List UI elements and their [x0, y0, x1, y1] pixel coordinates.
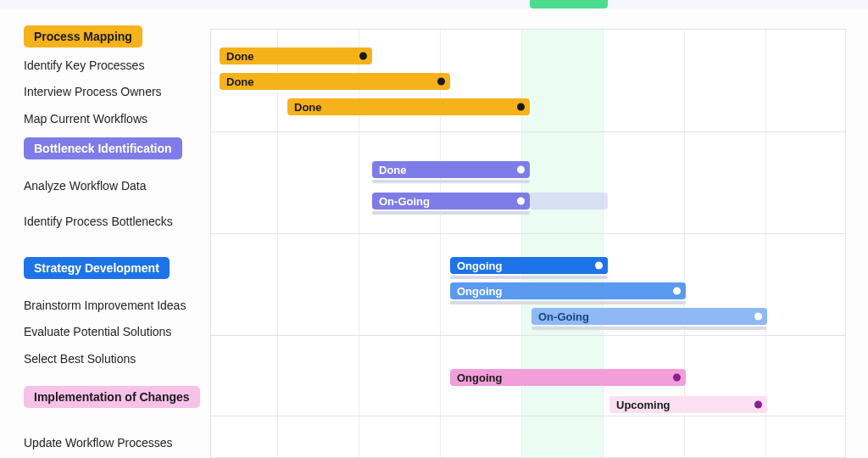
gantt-bar[interactable]: Ongoing: [450, 369, 686, 386]
gantt-bar[interactable]: On-Going: [531, 308, 767, 325]
task-label[interactable]: Select Best Solutions: [24, 346, 210, 372]
gantt-bar[interactable]: Done: [220, 73, 450, 90]
task-label[interactable]: Update Workflow Processes: [24, 430, 210, 456]
gantt-bar[interactable]: Done: [220, 47, 372, 64]
header-strip: [0, 0, 868, 8]
gantt-bar[interactable]: Upcoming: [609, 396, 767, 413]
circle-icon: [517, 103, 525, 111]
gantt-bar-status: Ongoing: [457, 285, 502, 298]
grid-row-separator: [211, 335, 845, 336]
gantt-bar-status: On-Going: [379, 195, 430, 208]
gantt-bar[interactable]: Ongoing: [450, 257, 608, 274]
gantt-bar-status: Done: [294, 101, 322, 114]
group-header-strategy[interactable]: Strategy Development: [24, 257, 170, 279]
gantt-bar-extension: [530, 193, 608, 209]
gantt-bar[interactable]: Ongoing: [450, 282, 686, 299]
gantt-bar-status: Ongoing: [457, 371, 502, 384]
group-header-implementation[interactable]: Implementation of Changes: [24, 386, 200, 408]
task-label[interactable]: Brainstorm Improvement Ideas: [24, 293, 210, 319]
grid-row-separator: [211, 233, 845, 234]
circle-icon: [359, 53, 367, 60]
today-marker-top: [530, 0, 608, 8]
main-container: Process Mapping Identify Key Processes I…: [0, 17, 868, 458]
circle-icon: [437, 78, 445, 86]
gantt-bar-baseline: [372, 211, 530, 215]
gantt-bar-baseline: [450, 301, 686, 304]
grid-column: [684, 30, 685, 457]
task-label[interactable]: Map Current Workflows: [24, 106, 210, 132]
gantt-bar-status: Ongoing: [457, 260, 502, 272]
grid-row-separator: [211, 416, 845, 416]
gantt-bar-status: Done: [379, 164, 407, 176]
grid-column: [359, 30, 359, 457]
today-column: [521, 30, 603, 457]
grid-column: [521, 30, 522, 457]
circle-icon: [673, 288, 681, 295]
gantt-bar-status: Done: [226, 50, 254, 63]
grid-column: [277, 30, 278, 457]
grid-row-separator: [211, 131, 845, 132]
gantt-bar[interactable]: Done: [372, 161, 530, 178]
task-label[interactable]: Identify Key Processes: [24, 53, 210, 79]
gantt-bar-baseline: [372, 180, 530, 183]
task-label[interactable]: Interview Process Owners: [24, 79, 210, 105]
group-header-process-mapping[interactable]: Process Mapping: [24, 25, 142, 47]
gantt-bar-status: Upcoming: [616, 399, 670, 411]
gantt-bar-status: On-Going: [538, 310, 589, 323]
task-sidebar: Process Mapping Identify Key Processes I…: [0, 17, 210, 458]
task-label[interactable]: Identify Process Bottlenecks: [24, 209, 210, 235]
task-label[interactable]: Analyze Workflow Data: [24, 173, 210, 199]
grid-column: [765, 30, 766, 457]
gantt-bar[interactable]: On-Going: [372, 193, 530, 209]
gantt-bar-baseline: [531, 327, 767, 330]
grid-column: [603, 30, 604, 457]
gantt-bar[interactable]: Done: [287, 98, 530, 115]
circle-icon: [517, 198, 525, 205]
circle-icon: [673, 374, 681, 382]
circle-icon: [517, 166, 525, 174]
circle-icon: [595, 262, 603, 270]
circle-icon: [754, 401, 762, 409]
gantt-chart[interactable]: DoneDoneDoneDoneOn-GoingOngoingOngoingOn…: [210, 29, 846, 458]
group-header-bottleneck[interactable]: Bottleneck Identification: [24, 137, 182, 159]
gantt-bar-status: Done: [226, 75, 254, 88]
task-label[interactable]: Evaluate Potential Solutions: [24, 319, 210, 345]
circle-icon: [754, 313, 762, 321]
gantt-bar-baseline: [450, 276, 608, 279]
grid-column: [440, 30, 441, 457]
